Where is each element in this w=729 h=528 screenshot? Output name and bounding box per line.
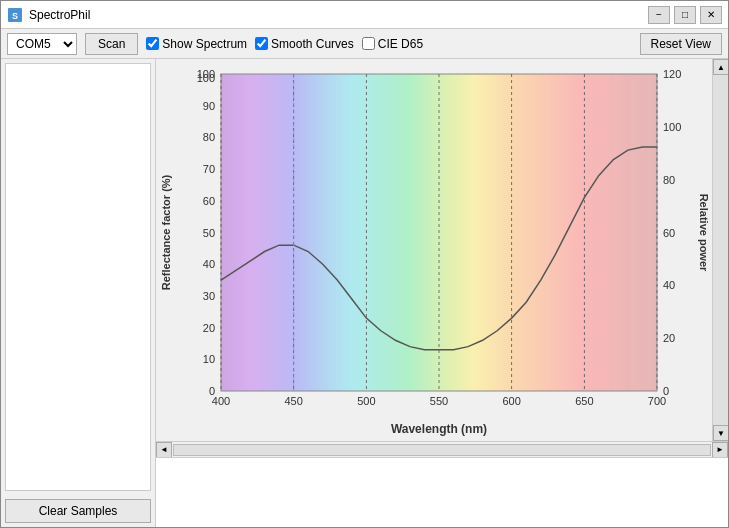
- main-panel: ▲ ▼ ◄ ►: [156, 59, 728, 527]
- scroll-track-vertical[interactable]: [713, 75, 728, 425]
- chart-area: ▲ ▼: [156, 59, 728, 441]
- window-title: SpectroPhil: [29, 8, 648, 22]
- maximize-button[interactable]: □: [674, 6, 696, 24]
- cie-d65-checkbox-label[interactable]: CIE D65: [362, 37, 423, 51]
- chart-container: [156, 59, 712, 441]
- sample-list: [5, 63, 151, 491]
- com-port-select[interactable]: COM5: [7, 33, 77, 55]
- smooth-curves-checkbox-label[interactable]: Smooth Curves: [255, 37, 354, 51]
- window-controls: − □ ✕: [648, 6, 722, 24]
- main-content: Clear Samples ▲ ▼ ◄ ►: [1, 59, 728, 527]
- reset-view-button[interactable]: Reset View: [640, 33, 722, 55]
- smooth-curves-checkbox[interactable]: [255, 37, 268, 50]
- cie-d65-label: CIE D65: [378, 37, 423, 51]
- show-spectrum-label: Show Spectrum: [162, 37, 247, 51]
- vertical-scrollbar[interactable]: ▲ ▼: [712, 59, 728, 441]
- svg-text:S: S: [12, 11, 18, 21]
- scroll-left-arrow[interactable]: ◄: [156, 442, 172, 458]
- horizontal-scrollbar[interactable]: ◄ ►: [156, 441, 728, 457]
- scroll-track-horizontal[interactable]: [173, 444, 711, 456]
- toolbar: COM5 Scan Show Spectrum Smooth Curves CI…: [1, 29, 728, 59]
- scroll-up-arrow[interactable]: ▲: [713, 59, 728, 75]
- show-spectrum-checkbox[interactable]: [146, 37, 159, 50]
- smooth-curves-label: Smooth Curves: [271, 37, 354, 51]
- bottom-text-area: [156, 457, 728, 527]
- app-icon: S: [7, 7, 23, 23]
- scan-button[interactable]: Scan: [85, 33, 138, 55]
- title-bar: S SpectroPhil − □ ✕: [1, 1, 728, 29]
- minimize-button[interactable]: −: [648, 6, 670, 24]
- show-spectrum-checkbox-label[interactable]: Show Spectrum: [146, 37, 247, 51]
- spectrum-chart[interactable]: [156, 59, 712, 441]
- scroll-down-arrow[interactable]: ▼: [713, 425, 728, 441]
- close-button[interactable]: ✕: [700, 6, 722, 24]
- cie-d65-checkbox[interactable]: [362, 37, 375, 50]
- application-window: S SpectroPhil − □ ✕ COM5 Scan Show Spect…: [0, 0, 729, 528]
- sidebar: Clear Samples: [1, 59, 156, 527]
- scroll-right-arrow[interactable]: ►: [712, 442, 728, 458]
- clear-samples-button[interactable]: Clear Samples: [5, 499, 151, 523]
